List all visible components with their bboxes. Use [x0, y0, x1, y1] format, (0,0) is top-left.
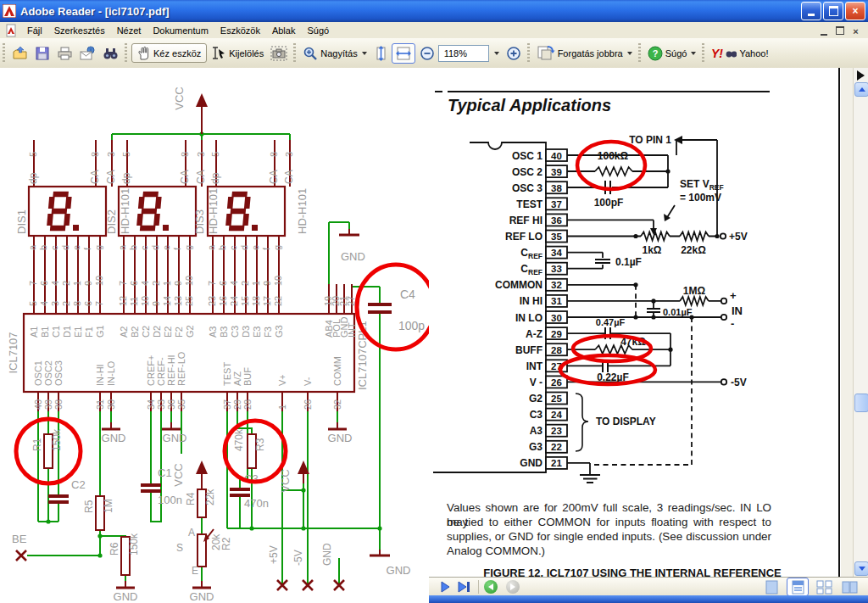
next-page-button[interactable]: [436, 579, 454, 595]
toolbar-grip[interactable]: [638, 43, 641, 64]
close-button[interactable]: ×: [845, 2, 865, 20]
doc-minimize-icon[interactable]: [818, 25, 829, 36]
printer-icon: [57, 46, 73, 61]
arrow-left-icon: [487, 583, 495, 591]
pin-number: 34: [551, 248, 562, 258]
continuous-facing-layout-button[interactable]: [814, 578, 834, 595]
menu-help[interactable]: Súgó: [301, 24, 335, 37]
hand-tool-button[interactable]: Kéz eszköz: [131, 43, 207, 63]
scroll-down-button[interactable]: [854, 561, 868, 576]
gnd-label: GND: [341, 250, 365, 263]
toolbar-grip[interactable]: [3, 43, 5, 64]
ic-bottom-pin-name: OSC2: [43, 360, 53, 386]
continuous-layout-button[interactable]: [787, 578, 809, 596]
display-pin-number: 3: [196, 152, 206, 157]
ic-pin-number: 40: [33, 399, 43, 410]
menu-window[interactable]: Ablak: [266, 24, 302, 37]
display-pin-number: 4: [229, 281, 239, 286]
ic-pin-number: 2: [61, 301, 71, 306]
scroll-up-button[interactable]: [854, 82, 868, 97]
toolbar-grip[interactable]: [702, 43, 704, 64]
page-border-line: [838, 68, 840, 577]
ic-bottom-pin-name: V-: [303, 377, 313, 386]
menu-file[interactable]: Fájl: [21, 24, 48, 37]
segment-label: d: [150, 245, 160, 250]
zoom-tool-button[interactable]: Nagyítás: [300, 44, 369, 63]
display-name-label: DIS3: [193, 209, 206, 234]
zoom-in-button[interactable]: [504, 44, 524, 63]
toolbar-grip[interactable]: [125, 43, 127, 64]
ic-pin-number: 14: [162, 296, 172, 306]
single-page-layout-button[interactable]: [761, 578, 782, 595]
open-folder-icon: [12, 46, 28, 61]
menu-view[interactable]: Nézet: [111, 24, 147, 37]
vertical-scrollbar[interactable]: [853, 68, 868, 577]
pin-label: G3: [529, 441, 542, 453]
capacitor-value: 100pF: [594, 197, 624, 209]
restore-button[interactable]: [823, 2, 843, 20]
toolbar-grip[interactable]: [527, 43, 530, 64]
display-pin-number: 1: [72, 281, 82, 286]
facing-layout-button[interactable]: [839, 578, 860, 595]
resistor-value: 1kΩ: [643, 244, 662, 256]
article-thread-icon[interactable]: [857, 70, 865, 81]
minimize-button[interactable]: [801, 2, 821, 20]
zoom-level-input[interactable]: 118%: [438, 45, 489, 62]
window-title: Adobe Reader - [icl7107.pdf]: [20, 5, 170, 18]
fit-page-button[interactable]: [371, 43, 390, 64]
doc-restore-icon[interactable]: [834, 25, 845, 36]
component-value: 1M: [103, 499, 114, 513]
rotate-right-button[interactable]: Forgatás jobbra: [534, 43, 635, 63]
pin-number: 28: [551, 345, 562, 355]
help-button[interactable]: ? Súgó: [645, 44, 699, 63]
menu-edit[interactable]: Szerkesztés: [48, 24, 111, 37]
previous-view-button[interactable]: [484, 580, 498, 594]
ic-pin-number: 4: [39, 301, 49, 306]
resistor-zigzag: [595, 167, 632, 176]
minus-circle-icon: [420, 46, 435, 61]
ic-pin-number: 23: [207, 296, 217, 306]
last-page-button[interactable]: [454, 579, 473, 595]
display-pin-number: 1: [251, 281, 261, 286]
scrollbar-thumb[interactable]: [854, 394, 868, 412]
zoom-out-button[interactable]: [417, 44, 437, 63]
pin-label: OSC 3: [512, 182, 542, 194]
display-pin-number: 2: [61, 281, 71, 286]
display-pin-number: 8: [180, 152, 190, 157]
ic-top-pin-name: E3: [252, 327, 262, 338]
to-display-label: TO DISPLAY: [596, 416, 656, 427]
select-tool-button[interactable]: Kijelölés: [209, 44, 266, 62]
print-button[interactable]: [54, 44, 75, 63]
yahoo-button[interactable]: Y! Yahoo!: [709, 45, 771, 62]
search-button[interactable]: [100, 44, 121, 63]
menu-document[interactable]: Dokumentum: [147, 24, 214, 37]
zoom-level-dropdown[interactable]: [490, 50, 502, 57]
open-button[interactable]: [9, 44, 31, 63]
ic-pin-number: 32: [332, 399, 342, 410]
ic-pin-number: 22: [273, 296, 283, 306]
ic-pin-number: 25: [184, 296, 194, 306]
gnd-label: GND: [328, 432, 353, 444]
display-pin-number: 8: [90, 152, 100, 157]
toolbar-grip[interactable]: [293, 43, 296, 64]
polarity-label: +: [730, 289, 737, 302]
ic-pin-number: 18: [251, 296, 261, 306]
ic-top-pin-name: B3: [219, 327, 229, 338]
fit-width-button[interactable]: [392, 43, 415, 64]
pin-label: IN HI: [520, 295, 542, 307]
ic-top-pin-name: E1: [73, 327, 83, 338]
segment-label: b: [128, 245, 138, 250]
email-button[interactable]: [77, 44, 98, 63]
ic-pin-number: 31: [95, 399, 105, 410]
doc-close-icon[interactable]: ×: [850, 25, 861, 36]
menu-tools[interactable]: Eszközök: [214, 24, 266, 37]
pin-number: 32: [551, 280, 562, 290]
snapshot-button[interactable]: [268, 44, 290, 63]
next-view-button[interactable]: [506, 580, 520, 594]
pin-number: 24: [551, 410, 562, 420]
document-area: dp5CA8CA3dp5CA8CA3dp5CA8CA3DIS1DIS2HD-H1…: [0, 68, 868, 603]
save-button[interactable]: [32, 44, 53, 63]
adobe-reader-window: Adobe Reader - [icl7107.pdf] × Fájl Szer…: [0, 0, 868, 603]
display-name-label: HD-H101: [207, 188, 220, 234]
segment-label: g: [272, 245, 282, 250]
